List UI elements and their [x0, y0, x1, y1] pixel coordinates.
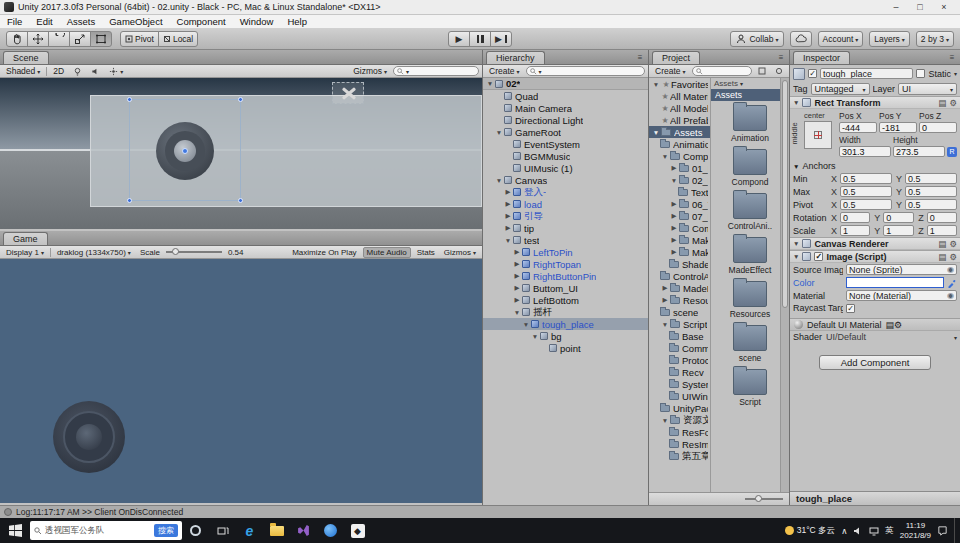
scale-z-field[interactable]: 1	[927, 225, 957, 236]
project-folder[interactable]: scene	[649, 306, 710, 318]
favorite-item[interactable]: ★All Prefabs	[649, 114, 710, 126]
foldout-arrow-icon[interactable]: ▶	[669, 236, 679, 244]
local-toggle-button[interactable]: Local	[158, 31, 198, 47]
foldout-arrow-icon[interactable]: ▼	[651, 129, 661, 136]
image-component-header[interactable]: ▼ ✓ Image (Script) ▤⚙	[790, 250, 960, 263]
foldout-arrow-icon[interactable]: ▶	[503, 224, 513, 232]
hierarchy-item[interactable]: ▼bg	[483, 330, 648, 342]
edge-taskbar-button[interactable]: e	[236, 518, 263, 543]
maximize-button[interactable]: □	[908, 0, 932, 15]
pivot-y-field[interactable]: 0.5	[905, 199, 957, 210]
foldout-arrow-icon[interactable]: ▼	[793, 99, 799, 106]
asset-icon-item[interactable]: Animation	[711, 101, 789, 145]
2d-toggle[interactable]: 2D	[50, 66, 67, 77]
project-folder[interactable]: ▶Resources	[649, 294, 710, 306]
inspector-preview-bar[interactable]: tough_place	[790, 491, 960, 505]
selection-handle[interactable]	[238, 97, 243, 102]
color-swatch[interactable]	[846, 277, 944, 288]
project-folder[interactable]: ResFont...	[649, 426, 710, 438]
foldout-arrow-icon[interactable]: ▼	[793, 240, 799, 247]
rotation-y-field[interactable]: 0	[883, 212, 913, 223]
assets-selected-bar[interactable]: Assets	[711, 89, 789, 101]
menu-file[interactable]: File	[0, 15, 29, 29]
rect-transform-header[interactable]: ▼ Rect Transform ▤⚙	[790, 96, 960, 109]
visual-studio-button[interactable]	[290, 518, 317, 543]
pos-x-field[interactable]: -444	[839, 122, 877, 133]
scale-slider-knob[interactable]	[172, 248, 179, 255]
resolution-dropdown[interactable]: draklog (1334x750)▾	[54, 247, 134, 258]
show-desktop-button[interactable]	[954, 518, 958, 543]
status-bar[interactable]: Log:11:17:17 AM >> Client OnDisConnected	[0, 505, 960, 518]
project-folder[interactable]: Textu...	[649, 186, 710, 198]
close-button[interactable]: ×	[932, 0, 956, 15]
static-checkbox[interactable]	[916, 69, 925, 78]
object-name-field[interactable]: tough_place	[820, 68, 913, 79]
component-enabled-checkbox[interactable]: ✓	[814, 252, 823, 261]
hierarchy-create-dropdown[interactable]: Create▾	[486, 66, 523, 77]
weather-widget[interactable]: 31°C 多云	[785, 525, 835, 537]
project-folder[interactable]: 第五章	[649, 450, 710, 462]
ime-indicator[interactable]: 英	[885, 525, 894, 537]
icon-size-knob[interactable]	[755, 495, 762, 502]
play-button[interactable]: ▶	[448, 31, 470, 47]
foldout-arrow-icon[interactable]: ▶	[669, 224, 679, 232]
add-component-button[interactable]: Add Component	[819, 355, 931, 370]
hierarchy-item[interactable]: Directional Light	[483, 114, 648, 126]
project-folder[interactable]: Animation	[649, 138, 710, 150]
rotation-x-field[interactable]: 0	[840, 212, 870, 223]
foldout-arrow-icon[interactable]: ▶	[660, 284, 670, 292]
game-gizmos-dropdown[interactable]: Gizmos▾	[441, 247, 479, 258]
speaker-tray-icon[interactable]	[853, 526, 863, 536]
network-tray-icon[interactable]	[869, 526, 879, 536]
pivot-toggle-button[interactable]: Pivot	[120, 31, 159, 47]
canvas-renderer-header[interactable]: ▼ Canvas Renderer ▤⚙	[790, 237, 960, 250]
maximize-on-play-toggle[interactable]: Maximize On Play	[289, 247, 359, 258]
layers-dropdown[interactable]: Layers▾	[869, 31, 910, 47]
asset-icon-item[interactable]: Resources	[711, 277, 789, 321]
project-folder[interactable]: ▶MakeCh...	[649, 234, 710, 246]
anchors-foldout[interactable]: ▼ Anchors	[790, 160, 960, 172]
hierarchy-item[interactable]: ▶load	[483, 198, 648, 210]
asset-icon-item[interactable]: scene	[711, 321, 789, 365]
material-preview-header[interactable]: Default UI Material ▤⚙	[790, 318, 960, 331]
book-icon[interactable]: ▤	[938, 252, 946, 262]
foldout-arrow-icon[interactable]: ▼	[512, 309, 522, 316]
static-dropdown-icon[interactable]: ▾	[954, 70, 957, 77]
mute-audio-toggle[interactable]: Mute Audio	[363, 247, 411, 258]
panel-menu-icon[interactable]: ≡	[632, 53, 648, 64]
foldout-arrow-icon[interactable]: ▼	[660, 153, 670, 160]
asset-icon-item[interactable]: Compond	[711, 145, 789, 189]
tab-game[interactable]: Game	[3, 232, 48, 245]
hierarchy-search-input[interactable]: ▾	[526, 66, 645, 76]
hierarchy-item[interactable]: ▶LeftBottom	[483, 294, 648, 306]
foldout-arrow-icon[interactable]: ▶	[512, 284, 522, 292]
project-folder-selected[interactable]: ▼Assets	[649, 126, 710, 138]
project-folder[interactable]: ▼02_Dese...	[649, 174, 710, 186]
icon-size-slider[interactable]	[745, 498, 783, 500]
move-tool-button[interactable]	[27, 31, 49, 47]
eyedropper-icon[interactable]	[947, 278, 957, 288]
tab-scene[interactable]: Scene	[3, 51, 49, 64]
menu-gameobject[interactable]: GameObject	[102, 15, 169, 29]
project-folder[interactable]: ▼Compond	[649, 150, 710, 162]
game-viewport[interactable]	[0, 259, 482, 503]
foldout-arrow-icon[interactable]: ▼	[669, 177, 679, 184]
foldout-arrow-icon[interactable]: ▶	[503, 188, 513, 196]
scale-slider[interactable]	[166, 251, 222, 253]
project-folder[interactable]: ▶Commo...	[649, 222, 710, 234]
scrollbar-thumb[interactable]	[782, 80, 788, 308]
stats-toggle[interactable]: Stats	[414, 247, 438, 258]
source-image-field[interactable]: None (Sprite)◉	[846, 264, 957, 275]
scale-x-field[interactable]: 1	[840, 225, 870, 236]
hierarchy-item[interactable]: ▶RightButtonPin	[483, 270, 648, 282]
menu-assets[interactable]: Assets	[60, 15, 103, 29]
tab-project[interactable]: Project	[652, 51, 700, 64]
project-folder[interactable]: Protocol	[649, 354, 710, 366]
menu-edit[interactable]: Edit	[29, 15, 59, 29]
hierarchy-item[interactable]: ▼test	[483, 234, 648, 246]
project-folder[interactable]: ▶07_New...	[649, 210, 710, 222]
hierarchy-item[interactable]: ▶RightTopan	[483, 258, 648, 270]
hierarchy-item[interactable]: ▶tip	[483, 222, 648, 234]
asset-icon-item[interactable]: ControlAni..	[711, 189, 789, 233]
width-field[interactable]: 301.3	[839, 146, 891, 157]
